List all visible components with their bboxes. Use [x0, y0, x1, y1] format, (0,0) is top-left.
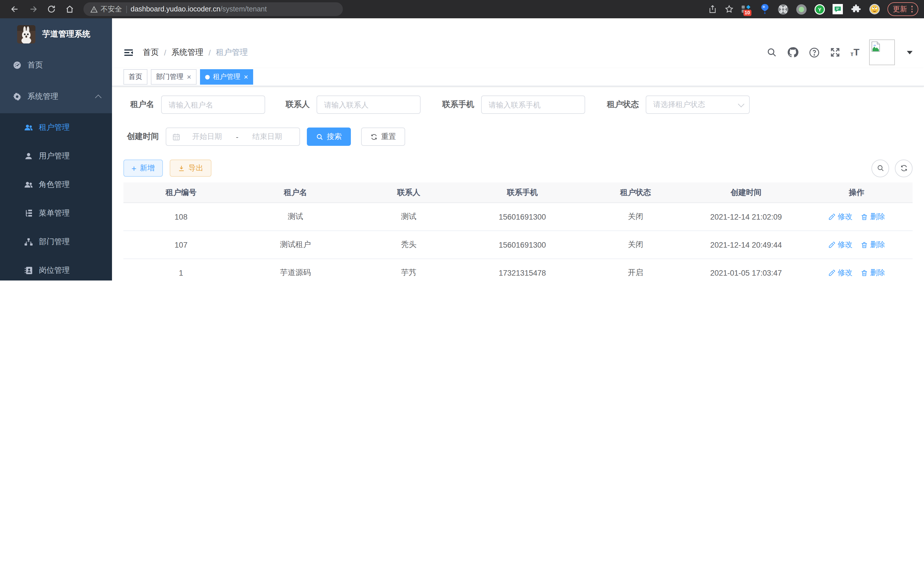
tab-label: 首页	[129, 72, 142, 82]
cell-tenant-id: 1	[123, 259, 238, 281]
avatar[interactable]	[869, 39, 895, 65]
table-tools	[872, 159, 913, 177]
app-logo-row[interactable]: 芋道管理系统	[0, 18, 112, 50]
screen: 不安全 dashboard.yudao.iocoder.cn/system/te…	[0, 0, 924, 281]
delete-link[interactable]: 删除	[861, 268, 885, 278]
sidebar-item-label: 首页	[27, 60, 43, 70]
hide-search-button[interactable]	[872, 159, 889, 177]
table-row: 107 测试租户 秃头 15601691300 关闭 2021-12-14 20…	[123, 231, 913, 259]
cell-tenant-name: 芋道源码	[238, 259, 352, 281]
breadcrumb-home[interactable]: 首页	[143, 47, 159, 57]
col-header-status: 租户状态	[579, 182, 692, 203]
sidebar-item-menu[interactable]: 菜单管理	[0, 199, 112, 228]
sidebar-item-role[interactable]: 角色管理	[0, 170, 112, 199]
export-button[interactable]: 导出	[170, 159, 212, 177]
command-icon[interactable]	[777, 4, 788, 15]
export-button-label: 导出	[189, 163, 203, 173]
url-divider	[126, 5, 127, 13]
table-row: 1 芋道源码 芋艿 17321315478 开启 2021-01-05 17:0…	[123, 259, 913, 281]
tab-dept[interactable]: 部门管理 ×	[151, 69, 196, 85]
add-button[interactable]: + 新增	[123, 159, 163, 177]
tab-home[interactable]: 首页	[123, 69, 147, 85]
search-icon	[876, 164, 884, 172]
close-icon[interactable]: ×	[187, 73, 191, 81]
sidebar-item-user[interactable]: 用户管理	[0, 142, 112, 170]
share-icon[interactable]	[708, 5, 717, 14]
search-button[interactable]: 搜索	[307, 128, 351, 146]
search-icon	[316, 133, 323, 140]
puzzle-icon[interactable]	[850, 4, 861, 15]
sidebar-item-label: 系统管理	[27, 92, 58, 102]
refresh-table-button[interactable]	[895, 159, 913, 177]
user-icon	[24, 152, 33, 161]
sidebar-item-label: 角色管理	[39, 180, 70, 190]
cell-create-time: 2021-12-14 21:02:09	[692, 203, 801, 231]
contact-input[interactable]	[316, 96, 421, 114]
mobile-input[interactable]	[481, 96, 585, 114]
tags-view-bar: 首页 部门管理 × 租户管理 ×	[112, 68, 924, 86]
browser-menu-icon[interactable]	[911, 6, 913, 13]
date-separator: -	[234, 132, 241, 141]
sidebar-item-tenant[interactable]: 租户管理	[0, 113, 112, 142]
delete-link[interactable]: 删除	[861, 212, 885, 222]
filter-row-2: 创建时间 开始日期 - 结束日期 搜索 重置	[123, 128, 913, 146]
edit-link[interactable]: 修改	[828, 212, 853, 222]
url-domain: dashboard.yudao.iocoder.cn	[130, 5, 220, 13]
cell-status: 关闭	[579, 203, 692, 231]
cell-tenant-name: 测试	[238, 203, 352, 231]
tampermonkey-icon[interactable]: 10	[741, 4, 752, 15]
reload-icon[interactable]	[47, 5, 56, 14]
page-header: 首页 / 系统管理 / 租户管理 тT	[112, 37, 924, 68]
user-dropdown-caret[interactable]	[907, 51, 913, 54]
forward-icon[interactable]	[28, 5, 38, 14]
filter-mobile: 联系手机	[434, 96, 585, 114]
browser-nav	[10, 5, 74, 14]
edit-label: 修改	[838, 268, 853, 278]
filter-tenant-name: 租户名	[123, 96, 265, 114]
delete-link[interactable]: 删除	[861, 240, 885, 250]
cell-mobile: 15601691300	[465, 203, 579, 231]
sidebar-item-system[interactable]: 系统管理	[0, 80, 112, 113]
status-select-placeholder: 请选择租户状态	[653, 99, 739, 110]
search-icon[interactable]	[766, 47, 777, 58]
recorder-icon[interactable]	[796, 4, 807, 15]
bookmark-star-icon[interactable]	[724, 5, 734, 14]
breadcrumb-separator: /	[208, 48, 211, 57]
edit-link[interactable]: 修改	[828, 268, 853, 278]
tenant-name-label: 租户名	[123, 99, 154, 110]
sidebar-item-dept[interactable]: 部门管理	[0, 228, 112, 256]
status-select[interactable]: 请选择租户状态	[646, 96, 750, 114]
help-icon[interactable]	[808, 47, 820, 58]
font-size-icon[interactable]: тT	[850, 47, 860, 57]
edit-label: 修改	[838, 240, 853, 250]
pin-icon[interactable]	[759, 4, 770, 15]
delete-label: 删除	[870, 240, 885, 250]
reset-button[interactable]: 重置	[361, 128, 405, 146]
header-actions: тT	[766, 39, 913, 65]
org-chart-icon	[24, 237, 33, 247]
main-area: 首页 / 系统管理 / 租户管理 тT 首页	[112, 37, 924, 281]
breadcrumb-system[interactable]: 系统管理	[171, 47, 203, 57]
sidebar-collapse-icon[interactable]	[123, 47, 134, 57]
sidebar-item-post[interactable]: 岗位管理	[0, 256, 112, 281]
url-bar[interactable]: 不安全 dashboard.yudao.iocoder.cn/system/te…	[83, 2, 343, 16]
cell-create-time: 2021-01-05 17:03:47	[692, 259, 801, 281]
date-range-picker[interactable]: 开始日期 - 结束日期	[166, 128, 300, 146]
warning-icon	[90, 5, 98, 13]
sidebar-item-home[interactable]: 首页	[0, 50, 112, 80]
filter-create-time: 创建时间 开始日期 - 结束日期	[123, 128, 300, 146]
fullscreen-icon[interactable]	[830, 47, 841, 58]
emoji-icon[interactable]	[869, 4, 880, 15]
chrome-update-button[interactable]: 更新	[887, 2, 918, 16]
security-indicator[interactable]: 不安全	[90, 4, 122, 14]
tab-tenant[interactable]: 租户管理 ×	[200, 69, 253, 85]
close-icon[interactable]: ×	[244, 73, 248, 81]
edit-link[interactable]: 修改	[828, 240, 853, 250]
back-icon[interactable]	[10, 5, 20, 14]
table-toolbar: + 新增 导出	[123, 159, 913, 177]
home-icon[interactable]	[65, 5, 74, 14]
chat-icon[interactable]	[832, 4, 843, 15]
tenant-name-input[interactable]	[161, 96, 265, 114]
github-icon[interactable]	[787, 46, 799, 58]
yudao-icon[interactable]: Y	[814, 4, 825, 15]
